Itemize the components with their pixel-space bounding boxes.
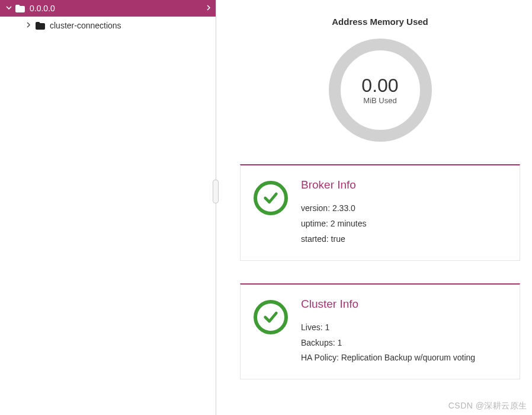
gauge-unit: MiB Used [363, 96, 396, 105]
tree-root-label: 0.0.0.0 [30, 4, 55, 13]
cluster-info-lines: Lives: 1 Backups: 1 HA Policy: Replicati… [301, 320, 475, 366]
folder-icon [36, 22, 45, 30]
broker-version-row: version: 2.33.0 [301, 201, 367, 216]
cluster-backups-row: Backups: 1 [301, 336, 475, 351]
value: 1 [325, 323, 329, 332]
value: true [331, 234, 345, 244]
value: Replication Backup w/quorum voting [341, 353, 475, 362]
sidebar: 0.0.0.0 cluster-connections [0, 0, 216, 415]
splitter-handle[interactable] [213, 180, 219, 203]
gauge-section: Address Memory Used 0.00 MiB Used [240, 0, 520, 142]
broker-info-card: Broker Info version: 2.33.0 uptime: 2 mi… [240, 164, 520, 261]
status-ok-icon [254, 300, 288, 334]
label: Lives: [301, 323, 323, 332]
tree-child-cluster-connections[interactable]: cluster-connections [0, 17, 216, 34]
value: 2 minutes [331, 219, 367, 228]
status-ok-icon [254, 181, 288, 215]
cluster-lives-row: Lives: 1 [301, 320, 475, 336]
broker-started-row: started: true [301, 232, 367, 247]
folder-icon [15, 5, 25, 12]
chevron-down-icon [6, 5, 12, 12]
memory-gauge: 0.00 MiB Used [329, 39, 432, 142]
label: version: [301, 203, 330, 213]
gauge-value: 0.00 [361, 76, 398, 95]
cluster-info-title: Cluster Info [301, 298, 475, 311]
label: HA Policy: [301, 353, 339, 362]
label: started: [301, 234, 329, 244]
broker-info-lines: version: 2.33.0 uptime: 2 minutes starte… [301, 201, 367, 247]
tree-root-node[interactable]: 0.0.0.0 [0, 0, 216, 17]
broker-info-title: Broker Info [301, 178, 367, 191]
label: uptime: [301, 219, 328, 228]
broker-uptime-row: uptime: 2 minutes [301, 216, 367, 232]
main-content: Address Memory Used 0.00 MiB Used Broker… [216, 0, 532, 415]
cluster-info-card: Cluster Info Lives: 1 Backups: 1 HA Poli… [240, 283, 520, 380]
chevron-right-icon [206, 4, 211, 12]
tree-child-label: cluster-connections [50, 21, 121, 30]
chevron-right-icon [26, 22, 31, 29]
gauge-title: Address Memory Used [240, 17, 520, 27]
label: Backups: [301, 338, 335, 347]
cluster-ha-row: HA Policy: Replication Backup w/quorum v… [301, 350, 475, 366]
value: 1 [337, 338, 342, 347]
value: 2.33.0 [332, 203, 355, 213]
